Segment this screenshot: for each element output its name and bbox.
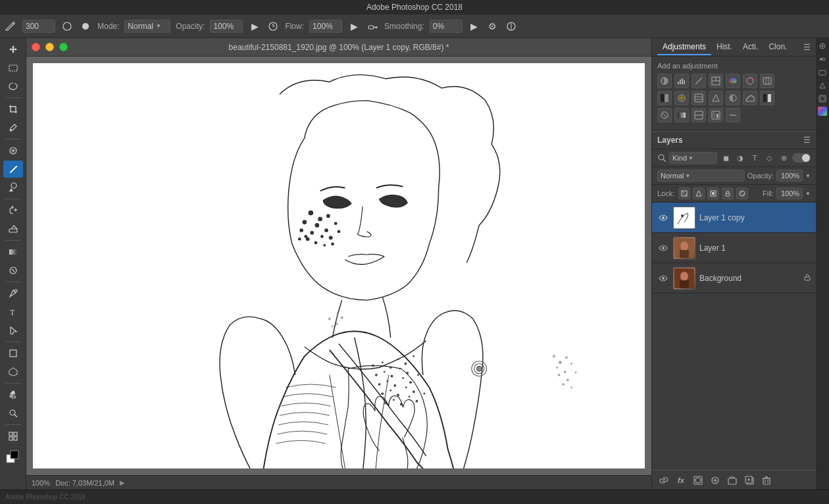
brightness-contrast-adj[interactable] <box>657 74 672 88</box>
pixel-filter-icon[interactable]: ◼ <box>720 152 732 164</box>
curves-adj[interactable] <box>691 74 706 88</box>
lock-all-icon[interactable] <box>722 188 734 199</box>
airbrush-icon[interactable] <box>366 20 379 33</box>
vibrance-adj[interactable] <box>726 74 740 88</box>
color-lookup-adj[interactable] <box>709 91 723 105</box>
settings-icon[interactable]: ⚙ <box>486 20 499 33</box>
layer-item-layer1copy[interactable]: Layer 1 copy <box>652 203 816 233</box>
smartobject-filter-icon[interactable]: ⊕ <box>778 152 790 164</box>
exposure-adj[interactable] <box>709 74 723 88</box>
3d-tool[interactable] <box>3 363 23 380</box>
shape-tool[interactable] <box>3 345 23 362</box>
flow-toggle-icon[interactable] <box>266 20 280 33</box>
blur-tool[interactable] <box>3 262 23 279</box>
right-strip-icon-5[interactable] <box>817 93 828 104</box>
new-group-icon[interactable] <box>726 474 739 487</box>
opacity-value[interactable]: 100% <box>776 170 803 182</box>
layer-item-background[interactable]: Background <box>652 263 816 293</box>
threshold-adj[interactable] <box>760 91 774 105</box>
close-button[interactable] <box>32 43 40 51</box>
right-strip-icon-1[interactable] <box>817 41 828 51</box>
mode-dropdown[interactable]: Normal ▼ <box>124 20 170 33</box>
tab-adjustments[interactable]: Adjustments <box>657 39 711 55</box>
blend-mode-dropdown[interactable]: Normal ▼ <box>657 170 745 182</box>
channel-mixer-adj[interactable] <box>691 91 706 105</box>
text-tool[interactable]: T <box>3 303 23 320</box>
levels-adj[interactable] <box>674 74 689 88</box>
hand-tool[interactable] <box>3 386 23 403</box>
symmetry-icon[interactable] <box>505 20 518 33</box>
layers-filter-dropdown[interactable]: Kind ▼ <box>669 152 717 164</box>
smoothing-value[interactable]: 0% <box>430 20 463 33</box>
foreground-background-color[interactable] <box>3 449 23 466</box>
lasso-tool[interactable] <box>3 78 23 95</box>
lock-position-icon[interactable] <box>693 188 705 199</box>
minimize-button[interactable] <box>45 43 54 51</box>
lock-pixels-icon[interactable] <box>678 188 690 199</box>
tab-actions[interactable]: Acti. <box>738 39 763 55</box>
fill-value[interactable]: 100% <box>776 188 803 199</box>
brightness-contrast-adj2[interactable] <box>691 108 706 122</box>
brush-shape-circle-icon[interactable] <box>61 20 74 33</box>
path-selection-tool[interactable] <box>3 322 23 339</box>
black-white-adj[interactable] <box>657 91 672 105</box>
color-balance-adj[interactable] <box>760 74 774 88</box>
opacity-value[interactable]: 100% <box>210 20 243 33</box>
right-strip-icon-4[interactable] <box>817 80 828 91</box>
invert-adj[interactable] <box>726 91 740 105</box>
type-filter-icon[interactable]: T <box>749 152 761 164</box>
adj4[interactable] <box>709 108 723 122</box>
smoothing-arrow-icon[interactable]: ▶ <box>468 20 481 33</box>
layer-item-layer1[interactable]: Layer 1 <box>652 233 816 263</box>
shape-filter-icon[interactable]: ◇ <box>763 152 775 164</box>
adjustment-filter-icon[interactable]: ◑ <box>734 152 746 164</box>
gradient-tool[interactable] <box>3 243 23 261</box>
new-layer-icon[interactable] <box>743 474 756 487</box>
tab-history[interactable]: Hist. <box>711 39 738 55</box>
photo-filter-adj[interactable] <box>674 91 689 105</box>
right-strip-icon-2[interactable] <box>817 54 828 64</box>
filter-toggle[interactable] <box>792 153 811 163</box>
clone-stamp-tool[interactable] <box>3 179 23 196</box>
layer-visibility-layer1copy[interactable] <box>657 212 669 224</box>
layers-options-icon[interactable]: ☰ <box>803 136 811 145</box>
add-mask-icon[interactable] <box>691 474 705 487</box>
opacity-arrow-icon[interactable]: ▶ <box>248 20 261 33</box>
delete-layer-icon[interactable] <box>760 474 773 487</box>
layer-visibility-layer1[interactable] <box>657 242 669 254</box>
healing-tool[interactable] <box>3 142 23 159</box>
gradient-map-adj[interactable] <box>674 108 689 122</box>
lock-artboards-icon[interactable] <box>707 188 719 199</box>
zoom-tool[interactable] <box>3 405 23 422</box>
pen-tool[interactable] <box>3 285 23 302</box>
maximize-button[interactable] <box>59 43 68 51</box>
flow-arrow-icon[interactable]: ▶ <box>347 20 361 33</box>
right-strip-swatch[interactable] <box>818 107 827 116</box>
forward-arrow-icon[interactable]: ▶ <box>120 479 125 486</box>
history-brush-tool[interactable] <box>3 202 23 219</box>
link-layers-icon[interactable] <box>657 474 670 487</box>
lock-transparency-icon[interactable] <box>736 188 748 199</box>
posterize-adj[interactable] <box>743 91 757 105</box>
tab-clone[interactable]: Clon. <box>763 39 792 55</box>
layer-visibility-background[interactable] <box>657 272 669 284</box>
brush-tool[interactable] <box>3 161 23 178</box>
brush-size-value[interactable]: 300 <box>22 20 55 33</box>
hue-saturation-adj[interactable] <box>743 74 757 88</box>
marquee-tool[interactable] <box>3 59 23 76</box>
brush-shape-filled-icon[interactable] <box>79 20 92 33</box>
extra-tools[interactable] <box>3 428 23 445</box>
brush-tool-icon[interactable] <box>4 20 17 33</box>
layer-fx-icon[interactable]: fx <box>674 474 688 487</box>
eyedropper-tool[interactable] <box>3 119 23 136</box>
move-tool[interactable] <box>3 41 23 58</box>
adj5[interactable] <box>726 108 740 122</box>
eraser-tool[interactable] <box>3 220 23 238</box>
add-adjustment-icon[interactable] <box>709 474 722 487</box>
canvas-content[interactable] <box>33 63 645 468</box>
crop-tool[interactable] <box>3 101 23 118</box>
flow-value[interactable]: 100% <box>309 20 342 33</box>
adjustments-options-icon[interactable]: ☰ <box>803 43 811 52</box>
selective-color-adj[interactable] <box>657 108 672 122</box>
right-strip-icon-3[interactable] <box>817 67 828 78</box>
